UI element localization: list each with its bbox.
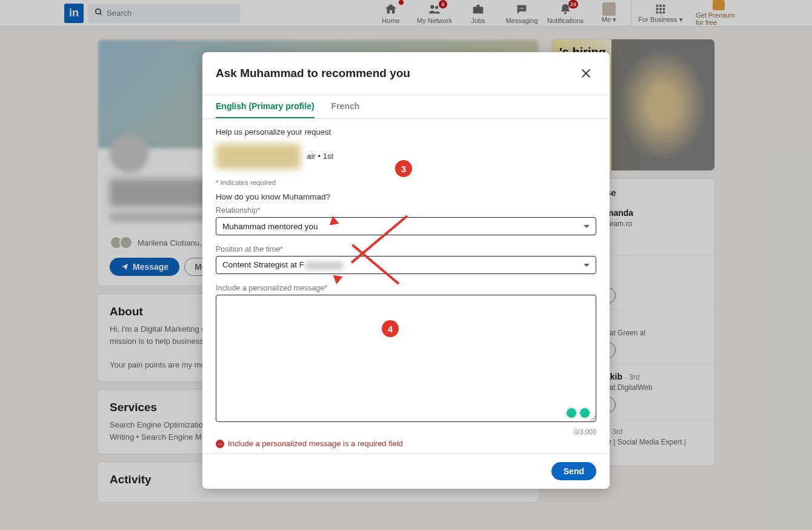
grammarly-icon <box>566 408 577 418</box>
modal-title: Ask Muhammad to recommend you <box>216 67 410 80</box>
recommend-modal: Ask Muhammad to recommend you English (P… <box>202 52 610 489</box>
chevron-down-icon <box>584 225 590 228</box>
error-icon: – <box>216 440 224 448</box>
send-button[interactable]: Send <box>551 462 596 480</box>
relationship-value: Muhammad mentored you <box>222 222 318 231</box>
chevron-down-icon <box>584 264 590 267</box>
relationship-label: Relationship* <box>216 206 596 215</box>
grammarly-icon <box>579 408 590 418</box>
position-label: Position at the time* <box>216 245 596 253</box>
connection-degree: air • 1st <box>307 152 333 161</box>
close-icon <box>580 67 592 79</box>
position-value: Content Strategist at F <box>222 260 343 269</box>
tab-french[interactable]: French <box>331 95 360 118</box>
help-text: Help us personalize your request <box>216 127 596 136</box>
char-counter: 0/3,000 <box>216 428 596 435</box>
position-select[interactable]: Content Strategist at F <box>216 256 596 274</box>
language-tabs: English (Primary profile) French <box>202 95 610 119</box>
error-message: – Include a personalized message is a re… <box>216 439 596 448</box>
recommender-photo-redacted <box>216 144 301 169</box>
position-value-redacted <box>305 261 343 270</box>
relationship-select[interactable]: Muhammad mentored you <box>216 217 596 235</box>
tab-english[interactable]: English (Primary profile) <box>216 95 314 118</box>
how-know-question: How do you know Muhammad? <box>216 192 596 201</box>
grammarly-widget[interactable] <box>566 408 590 418</box>
close-button[interactable] <box>576 63 596 84</box>
message-textarea[interactable] <box>216 295 596 422</box>
message-label: Include a personalized message* <box>216 284 596 292</box>
required-note: * Indicates required <box>216 179 596 186</box>
